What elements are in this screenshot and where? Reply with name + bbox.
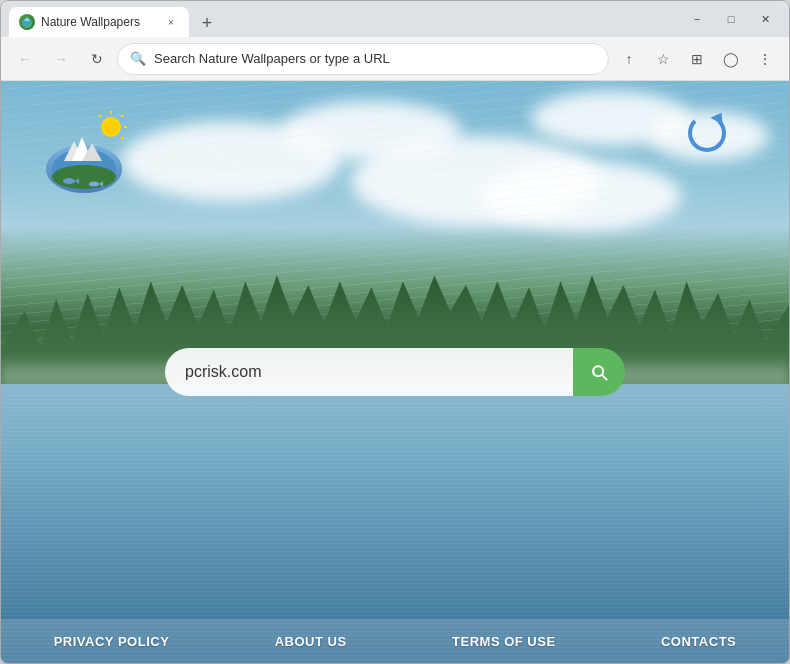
search-input[interactable] bbox=[165, 348, 573, 396]
refresh-circle-icon bbox=[688, 114, 726, 152]
svg-point-13 bbox=[89, 182, 99, 187]
window-controls: − □ ✕ bbox=[681, 5, 781, 33]
search-container bbox=[165, 348, 625, 396]
address-text: Search Nature Wallpapers or type a URL bbox=[154, 51, 596, 66]
browser-window: Nature Wallpapers × + − □ ✕ ← → ↻ 🔍 Sear… bbox=[0, 0, 790, 664]
svg-point-11 bbox=[63, 178, 75, 184]
footer-link-about-us[interactable]: ABOUT US bbox=[275, 634, 347, 649]
svg-line-18 bbox=[121, 115, 123, 117]
footer-link-contacts[interactable]: CONTACTS bbox=[661, 634, 736, 649]
svg-point-3 bbox=[28, 23, 30, 25]
svg-line-21 bbox=[99, 115, 101, 117]
address-search-icon: 🔍 bbox=[130, 51, 146, 66]
back-button[interactable]: ← bbox=[9, 43, 41, 75]
title-bar: Nature Wallpapers × + − □ ✕ bbox=[1, 1, 789, 37]
svg-point-16 bbox=[104, 120, 118, 134]
address-bar[interactable]: 🔍 Search Nature Wallpapers or type a URL bbox=[117, 43, 609, 75]
footer-link-terms-of-use[interactable]: TERMS OF USE bbox=[452, 634, 556, 649]
maximize-button[interactable]: □ bbox=[715, 5, 747, 33]
close-button[interactable]: ✕ bbox=[749, 5, 781, 33]
extensions-button[interactable]: ⊞ bbox=[681, 43, 713, 75]
content-area: PRIVACY POLICY ABOUT US TERMS OF USE CON… bbox=[1, 81, 789, 663]
svg-point-2 bbox=[24, 22, 26, 24]
search-icon bbox=[589, 362, 609, 382]
new-tab-button[interactable]: + bbox=[193, 9, 221, 37]
svg-point-10 bbox=[52, 165, 116, 189]
nav-right-icons: ↑ ☆ ⊞ ◯ ⋮ bbox=[613, 43, 781, 75]
bookmark-button[interactable]: ☆ bbox=[647, 43, 679, 75]
menu-button[interactable]: ⋮ bbox=[749, 43, 781, 75]
reload-button[interactable]: ↻ bbox=[81, 43, 113, 75]
footer-link-privacy-policy[interactable]: PRIVACY POLICY bbox=[54, 634, 170, 649]
tab-close-button[interactable]: × bbox=[163, 14, 179, 30]
refresh-icon-overlay[interactable] bbox=[685, 111, 729, 155]
tab-title: Nature Wallpapers bbox=[41, 15, 140, 29]
share-button[interactable]: ↑ bbox=[613, 43, 645, 75]
svg-line-20 bbox=[121, 137, 123, 139]
active-tab[interactable]: Nature Wallpapers × bbox=[9, 7, 189, 37]
footer-nav: PRIVACY POLICY ABOUT US TERMS OF USE CON… bbox=[1, 619, 789, 663]
search-button[interactable] bbox=[573, 348, 625, 396]
nav-bar: ← → ↻ 🔍 Search Nature Wallpapers or type… bbox=[1, 37, 789, 81]
tab-favicon bbox=[19, 14, 35, 30]
profile-button[interactable]: ◯ bbox=[715, 43, 747, 75]
logo bbox=[39, 109, 139, 209]
tab-area: Nature Wallpapers × + bbox=[9, 1, 673, 37]
minimize-button[interactable]: − bbox=[681, 5, 713, 33]
forward-button[interactable]: → bbox=[45, 43, 77, 75]
